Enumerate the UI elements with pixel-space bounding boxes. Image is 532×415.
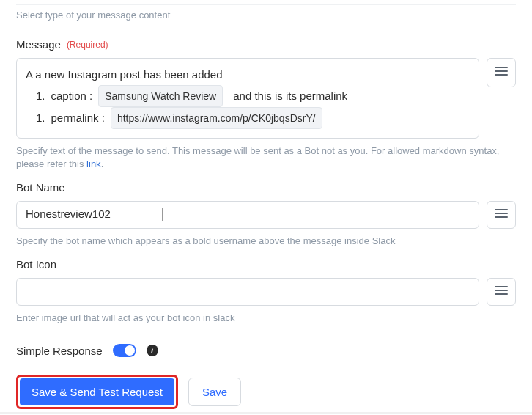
action-buttons: Save & Send Test Request Save xyxy=(16,375,516,409)
botname-label: Bot Name xyxy=(16,181,65,194)
message-required-tag: (Required) xyxy=(67,40,108,50)
boticon-options-button[interactable] xyxy=(487,278,516,306)
save-button[interactable]: Save xyxy=(188,378,241,406)
text-caret xyxy=(162,208,163,221)
message-section: Message (Required) A a new Instagram pos… xyxy=(16,38,516,171)
boticon-helper: Enter image url that will act as your bo… xyxy=(16,312,516,325)
message-intro-text: A a new Instagram post has been added xyxy=(26,66,470,84)
message-helper: Specify text of the message to send. Thi… xyxy=(16,144,516,171)
list-number: 1. xyxy=(36,87,45,105)
message-options-button[interactable] xyxy=(487,58,516,87)
save-send-test-button[interactable]: Save & Send Test Request xyxy=(20,378,174,405)
simple-response-toggle[interactable] xyxy=(113,344,136,357)
simple-response-row: Simple Response i xyxy=(16,344,516,357)
permalink-chip[interactable]: https://www.instagram.com/p/CK0jbqsDsrY/ xyxy=(111,107,322,129)
message-list-item: 1. caption : Samsung Watch Review and th… xyxy=(26,85,470,107)
simple-response-label: Simple Response xyxy=(16,345,103,357)
list-key: permalink : xyxy=(51,109,105,127)
message-helper-post: . xyxy=(101,158,104,169)
list-key: caption : xyxy=(51,87,93,105)
message-list-item: 1. permalink : https://www.instagram.com… xyxy=(26,107,470,129)
primary-button-highlight: Save & Send Test Request xyxy=(16,375,178,409)
menu-icon xyxy=(495,208,508,221)
menu-icon xyxy=(495,285,508,298)
botname-value: Honestreview102 xyxy=(26,208,111,220)
botname-section: Bot Name Honestreview102 Specify the bot… xyxy=(16,181,516,248)
message-input[interactable]: A a new Instagram post has been added 1.… xyxy=(16,58,479,139)
message-label: Message xyxy=(16,38,61,51)
caption-chip[interactable]: Samsung Watch Review xyxy=(98,85,223,107)
botname-helper: Specify the bot name which appears as a … xyxy=(16,235,516,248)
botname-options-button[interactable] xyxy=(487,201,516,229)
menu-icon xyxy=(495,66,508,79)
boticon-section: Bot Icon Enter image url that will act a… xyxy=(16,258,516,325)
boticon-label: Bot Icon xyxy=(16,258,56,271)
list-number: 1. xyxy=(36,109,45,127)
list-after-text: and this is its permalink xyxy=(233,87,347,105)
boticon-input[interactable] xyxy=(16,278,479,306)
content-type-helper: Select type of your message content xyxy=(16,6,516,28)
botname-input[interactable]: Honestreview102 xyxy=(16,201,479,229)
info-icon[interactable]: i xyxy=(147,345,158,356)
markdown-link[interactable]: link xyxy=(86,158,101,169)
page-bottom-divider xyxy=(0,412,532,414)
